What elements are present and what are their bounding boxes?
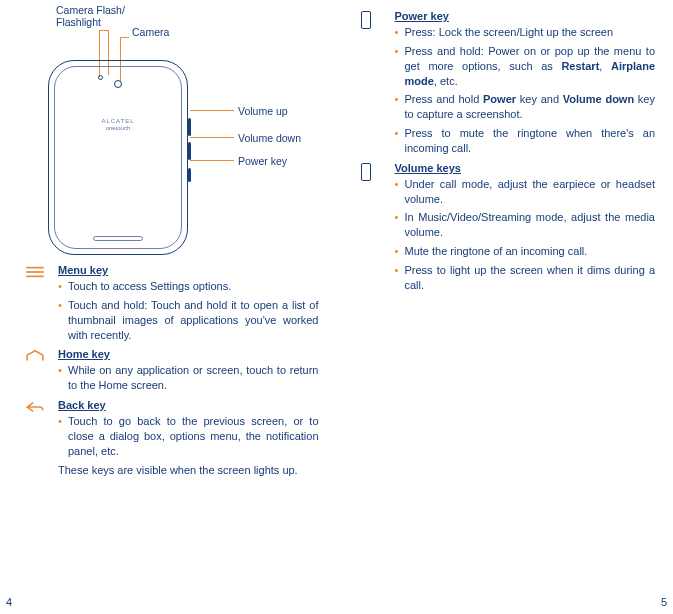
brand-sublabel: onetouch: [48, 125, 188, 131]
camera-leader-icon2: [120, 37, 129, 38]
power-key-label: Power key: [238, 155, 287, 167]
phone-diagram: Camera Flash/ Flashlight Camera Volume u…: [28, 10, 328, 260]
camera-dot-icon: [114, 80, 122, 88]
power-leader-icon: [190, 160, 234, 161]
volume-bullet-2: In Music/Video/Streaming mode, adjust th…: [395, 210, 656, 240]
t: Volume down: [563, 93, 634, 105]
camera-label: Camera: [132, 26, 169, 38]
home-key-title: Home key: [58, 348, 319, 360]
t: ,: [599, 60, 611, 72]
t: Restart: [561, 60, 599, 72]
back-key-title: Back key: [58, 399, 319, 411]
volume-key-title: Volume keys: [395, 162, 656, 174]
t: , etc.: [434, 75, 458, 87]
power-bullet-2: Press and hold: Power on or pop up the m…: [395, 44, 656, 89]
page-right: Power key Press: Lock the screen/Light u…: [337, 0, 674, 614]
volume-bullet-1: Under call mode, adjust the earpiece or …: [395, 177, 656, 207]
power-key-section: Power key Press: Lock the screen/Light u…: [355, 10, 656, 156]
volume-keys-section: Volume keys Under call mode, adjust the …: [355, 162, 656, 293]
menu-bullet-1: Touch to access Settings options.: [58, 279, 319, 294]
page-left: Camera Flash/ Flashlight Camera Volume u…: [0, 0, 337, 614]
flash-dot-icon: [98, 75, 103, 80]
volup-leader-icon: [190, 110, 234, 111]
speaker-icon: [93, 236, 143, 241]
t: Power: [483, 93, 516, 105]
t: Press and hold: [405, 93, 484, 105]
power-button-icon: [188, 168, 191, 182]
power-bullet-4: Press to mute the ringtone when there's …: [395, 126, 656, 156]
power-key-icon: [361, 11, 371, 29]
volume-down-label: Volume down: [238, 132, 301, 144]
page-number-left: 4: [6, 596, 12, 608]
flash-label: Camera Flash/ Flashlight: [56, 4, 125, 28]
volume-up-label: Volume up: [238, 105, 288, 117]
voldown-leader-icon: [190, 137, 234, 138]
menu-bullet-2: Touch and hold: Touch and hold it to ope…: [58, 298, 319, 343]
t: key and: [516, 93, 563, 105]
flash-leader-icon2: [99, 30, 108, 31]
phone-inner-icon: [54, 66, 182, 249]
menu-key-title: Menu key: [58, 264, 319, 276]
volume-up-button-icon: [188, 118, 191, 136]
power-bullet-1: Press: Lock the screen/Light up the scre…: [395, 25, 656, 40]
back-key-section: Back key Touch to go back to the previou…: [18, 399, 319, 477]
menu-icon: [24, 265, 46, 279]
phone-outline: ALCATEL onetouch: [48, 60, 188, 255]
power-bullet-3: Press and hold Power key and Volume down…: [395, 92, 656, 122]
page-number-right: 5: [661, 596, 667, 608]
menu-key-section: Menu key Touch to access Settings option…: [18, 264, 319, 342]
back-bullet-1: Touch to go back to the previous screen,…: [58, 414, 319, 459]
back-icon: [24, 400, 46, 414]
power-key-title: Power key: [395, 10, 656, 22]
home-key-section: Home key While on any application or scr…: [18, 348, 319, 393]
volume-bullet-3: Mute the ringtone of an incoming call.: [395, 244, 656, 259]
volume-bullet-4: Press to light up the screen when it dim…: [395, 263, 656, 293]
home-bullet-1: While on any application or screen, touc…: [58, 363, 319, 393]
brand-label: ALCATEL: [48, 118, 188, 124]
home-icon: [24, 349, 46, 363]
back-note: These keys are visible when the screen l…: [58, 463, 319, 478]
volume-key-icon: [361, 163, 371, 181]
volume-down-button-icon: [188, 142, 191, 160]
